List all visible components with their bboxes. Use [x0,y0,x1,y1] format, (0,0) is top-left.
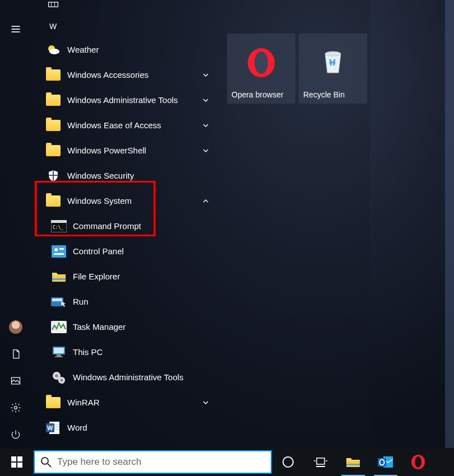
svg-point-57 [415,456,421,468]
svg-point-39 [325,52,341,56]
app-label: Windows Ease of Access [67,120,197,130]
folder-icon [45,67,62,83]
admin-tools-icon [50,369,67,386]
app-list: W Weather Windows Accessories Windows Ad… [31,0,219,448]
app-command-prompt[interactable]: C:\_ Command Prompt [31,213,219,239]
svg-rect-25 [55,356,63,357]
tile-recycle-bin[interactable]: Recycle Bin [299,34,367,104]
svg-rect-13 [52,245,66,258]
task-view-button[interactable] [304,448,337,476]
svg-point-4 [14,407,17,409]
search-icon [40,456,52,468]
app-admin-tools-shortcut[interactable]: Windows Administrative Tools [31,365,219,390]
app-this-pc[interactable]: This PC [31,339,219,365]
documents-button[interactable] [0,340,31,367]
svg-point-14 [54,248,58,251]
app-label: WinRAR [67,398,197,407]
svg-rect-15 [59,248,64,250]
folder-icon [45,92,62,109]
tile-opera[interactable]: Opera browser [227,34,295,104]
app-run[interactable]: Run [31,289,219,314]
taskbar-outlook[interactable] [369,448,402,476]
app-windows-accessories[interactable]: Windows Accessories [31,62,219,87]
svg-rect-18 [52,278,66,280]
taskbar-opera[interactable] [402,448,434,476]
app-label: Run [73,297,214,306]
shield-icon [45,167,62,184]
app-label: Windows Security [67,171,214,180]
app-word[interactable]: W Word [31,415,219,440]
svg-rect-5 [49,2,58,7]
recycle-bin-icon [321,47,345,75]
app-file-explorer[interactable]: File Explorer [31,264,219,289]
hamburger-button[interactable] [0,16,31,43]
app-windows-security[interactable]: Windows Security [31,163,219,188]
start-button[interactable] [0,448,34,476]
opera-icon [410,454,426,470]
app-windows-powershell[interactable]: Windows PowerShell [31,138,219,163]
task-manager-icon [50,319,67,335]
svg-point-9 [49,49,59,54]
app-weather[interactable]: Weather [31,37,219,62]
svg-text:C:\_: C:\_ [53,225,63,230]
app-windows-ease-of-access[interactable]: Windows Ease of Access [31,113,219,138]
opera-icon [245,47,277,78]
pictures-button[interactable] [0,367,31,394]
app-winrar[interactable]: WinRAR [31,390,219,415]
taskbar-file-explorer[interactable] [337,448,369,476]
user-account-button[interactable] [0,314,31,340]
svg-rect-47 [317,458,325,464]
app-label: Control Panel [73,246,214,256]
app-label: Word [67,423,214,432]
app-windows-admin-tools[interactable]: Windows Administrative Tools [31,87,219,113]
app-task-manager[interactable]: Task Manager [31,314,219,339]
search-input[interactable] [57,456,265,468]
svg-rect-41 [17,456,22,461]
svg-rect-24 [57,354,61,356]
app-label: Windows System [67,196,197,206]
app-label: Weather [67,45,214,54]
taskbar-search[interactable] [34,450,272,474]
chevron-up-icon [197,198,214,204]
svg-rect-43 [17,463,22,468]
app-label: File Explorer [73,272,214,281]
app-item-partial[interactable] [31,4,219,16]
svg-rect-11 [51,220,67,223]
svg-rect-23 [54,348,64,353]
chevron-down-icon [197,97,214,104]
start-menu-panel: W Weather Windows Accessories Windows Ad… [0,0,370,448]
chevron-down-icon [197,399,214,406]
right-edge-strip [445,0,454,448]
this-pc-icon [50,344,67,361]
task-view-icon [314,456,327,468]
svg-text:W: W [47,424,53,431]
video-editor-icon [45,2,62,18]
taskbar [0,448,454,476]
settings-button[interactable] [0,394,31,421]
start-rail [0,0,31,448]
folder-icon [45,142,62,159]
file-explorer-icon [50,268,67,285]
word-icon: W [45,419,62,436]
taskbar-icons [272,448,434,476]
app-control-panel[interactable]: Control Panel [31,239,219,264]
run-icon [50,293,67,310]
letter-header-w[interactable]: W [31,16,219,37]
chevron-down-icon [197,72,214,78]
app-windows-system[interactable]: Windows System [31,188,219,213]
svg-point-30 [61,379,63,381]
windows-logo-icon [11,456,22,468]
app-label: Windows Administrative Tools [67,95,197,105]
app-label: Command Prompt [73,221,214,231]
folder-icon [45,117,62,134]
tile-label: Recycle Bin [303,90,363,99]
svg-point-44 [41,458,48,464]
power-button[interactable] [0,421,31,448]
svg-rect-40 [11,456,16,461]
cortana-icon [282,456,294,468]
start-tiles: Opera browser Recycle Bin [227,34,367,104]
file-explorer-icon [346,456,360,468]
folder-icon [45,394,62,411]
cortana-button[interactable] [272,448,304,476]
svg-point-38 [254,52,268,74]
